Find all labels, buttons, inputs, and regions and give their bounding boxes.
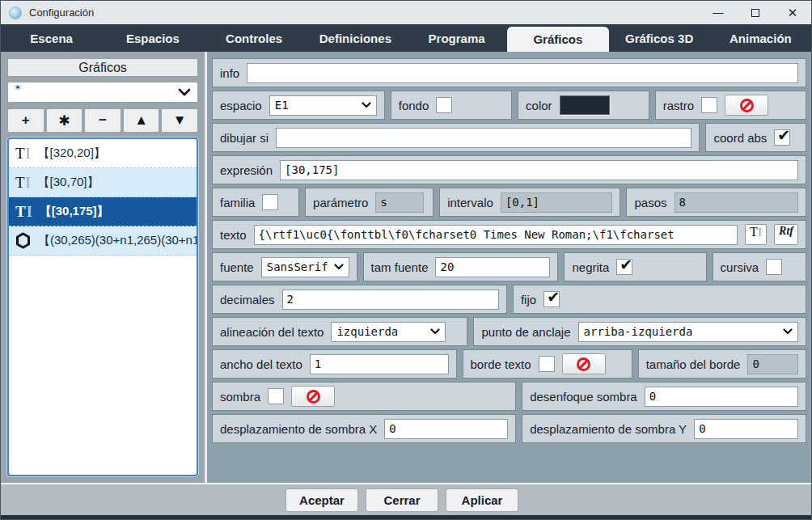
tab-graficos[interactable]: Gráficos — [507, 27, 608, 52]
sombra-checkbox[interactable] — [268, 388, 284, 404]
texto-input[interactable] — [254, 225, 738, 245]
color-label: color — [526, 99, 552, 112]
list-item[interactable]: TI 【[320,20]】 — [9, 139, 197, 168]
list-item-selected[interactable]: TI 【[30,175]】 — [9, 197, 197, 226]
negrita-checkbox[interactable]: ✔ — [616, 259, 632, 275]
title-bar: Configuración — ✕ — [1, 1, 811, 24]
decimales-input[interactable] — [282, 290, 499, 310]
tamano-borde-cell: tamaño del borde — [638, 349, 806, 378]
close-button[interactable]: ✕ — [774, 1, 811, 24]
minimize-button[interactable]: — — [700, 1, 737, 24]
desp-x-cell: desplazamiento de sombra X — [212, 414, 516, 443]
no-entry-icon — [307, 390, 320, 404]
sombra-no-color-button[interactable] — [291, 386, 335, 407]
anclaje-select[interactable]: arriba-izquierda — [578, 322, 798, 342]
ancho-texto-input[interactable] — [310, 354, 449, 374]
chevron-down-icon — [334, 264, 344, 270]
configuration-window: Configuración — ✕ Escena Espacios Contro… — [0, 0, 812, 520]
cursiva-cell: cursiva — [713, 252, 806, 281]
info-label: info — [220, 66, 239, 80]
tab-definiciones[interactable]: Definiciones — [305, 24, 406, 52]
rastro-cell: rastro — [655, 91, 806, 120]
espacio-select[interactable]: E1 — [269, 95, 377, 116]
fuente-cell: fuente SansSerif — [212, 252, 357, 281]
tab-controles[interactable]: Controles — [204, 24, 305, 52]
add-graphic-button[interactable]: + — [7, 108, 44, 133]
panel-title: Gráficos — [7, 58, 198, 77]
app-icon — [9, 6, 22, 19]
expresion-label: expresión — [220, 163, 273, 177]
rastro-no-trace-button[interactable] — [725, 95, 768, 116]
pasos-input — [675, 192, 799, 213]
tam-fuente-label: tam fuente — [371, 260, 429, 274]
fijo-cell: fijo ✔ — [513, 285, 806, 314]
fijo-label: fijo — [521, 293, 536, 307]
list-item[interactable]: 【(30,265)(30+n1,265)(30+n1 — [9, 226, 197, 256]
chevron-down-icon — [178, 88, 191, 96]
alineacion-label: alineación del texto — [220, 325, 324, 339]
tab-espacios[interactable]: Espacios — [102, 24, 203, 52]
alineacion-select[interactable]: izquierda — [331, 322, 446, 342]
fuente-select[interactable]: SansSerif — [261, 257, 349, 277]
tab-animacion[interactable]: Animación — [710, 24, 811, 52]
maximize-button[interactable] — [737, 1, 774, 24]
coord-abs-checkbox[interactable]: ✔ — [774, 129, 790, 146]
desenfoque-cell: desenfoque sombra — [522, 382, 806, 411]
window-bottom-edge — [1, 515, 811, 519]
fondo-cell: fondo — [391, 91, 512, 120]
desenfoque-input[interactable] — [645, 387, 798, 407]
familia-checkbox[interactable] — [262, 194, 278, 210]
move-up-button[interactable]: ▲ — [123, 108, 160, 133]
window-controls: — ✕ — [700, 1, 811, 24]
expresion-cell: expresión — [212, 155, 806, 184]
list-item[interactable]: TI 【[30,70]】 — [9, 168, 197, 197]
aplicar-button[interactable]: Aplicar — [446, 488, 518, 512]
desp-y-input[interactable] — [694, 419, 798, 439]
chevron-down-icon — [430, 328, 440, 335]
parametro-label: parámetro — [313, 196, 368, 209]
cursiva-label: cursiva — [721, 260, 759, 274]
cerrar-button[interactable]: Cerrar — [366, 488, 438, 512]
tab-programa[interactable]: Programa — [406, 24, 507, 52]
rastro-checkbox[interactable] — [701, 97, 717, 113]
color-swatch[interactable] — [560, 95, 610, 115]
intervalo-input — [501, 192, 613, 213]
color-cell: color — [518, 91, 649, 120]
fondo-checkbox[interactable] — [436, 97, 452, 113]
graphics-filter-combobox[interactable]: * — [7, 82, 198, 103]
familia-label: familia — [220, 196, 255, 209]
desp-y-label: desplazamiento de sombra Y — [530, 422, 687, 436]
intervalo-cell: intervalo — [439, 188, 620, 217]
dibujar-si-input[interactable] — [276, 128, 691, 148]
borde-texto-checkbox[interactable] — [539, 356, 555, 372]
fijo-checkbox[interactable]: ✔ — [543, 291, 560, 307]
pasos-label: pasos — [634, 196, 666, 209]
tab-graficos-3d[interactable]: Gráficos 3D — [609, 24, 710, 52]
tab-escena[interactable]: Escena — [1, 24, 102, 52]
desp-x-input[interactable] — [384, 419, 508, 439]
fondo-label: fondo — [399, 99, 429, 112]
rtf-editor-button[interactable]: Rtf — [774, 224, 798, 245]
tam-fuente-input[interactable] — [435, 257, 550, 277]
intervalo-label: intervalo — [447, 196, 493, 209]
remove-graphic-button[interactable]: − — [84, 108, 121, 133]
coord-abs-cell: coord abs ✔ — [705, 123, 806, 152]
aceptar-button[interactable]: Aceptar — [285, 488, 358, 512]
tamano-borde-label: tamaño del borde — [646, 357, 741, 371]
dialog-footer: Aceptar Cerrar Aplicar — [1, 483, 811, 515]
no-entry-icon — [740, 99, 754, 112]
decimales-cell: decimales — [212, 285, 507, 314]
plain-text-button[interactable]: TI — [745, 224, 767, 245]
familia-cell: familia — [212, 188, 299, 217]
parametro-input — [375, 192, 424, 213]
info-input[interactable] — [247, 63, 798, 83]
borde-texto-cell: borde texto — [463, 349, 632, 378]
borde-texto-no-color-button[interactable] — [562, 353, 606, 374]
expresion-input[interactable] — [280, 160, 798, 180]
chevron-down-icon — [783, 328, 793, 335]
duplicate-graphic-button[interactable]: ✱ — [46, 108, 83, 133]
text-graphic-icon: TI — [15, 174, 31, 192]
move-down-button[interactable]: ▼ — [161, 108, 198, 133]
cursiva-checkbox[interactable] — [766, 259, 782, 275]
tam-fuente-cell: tam fuente — [363, 252, 559, 281]
